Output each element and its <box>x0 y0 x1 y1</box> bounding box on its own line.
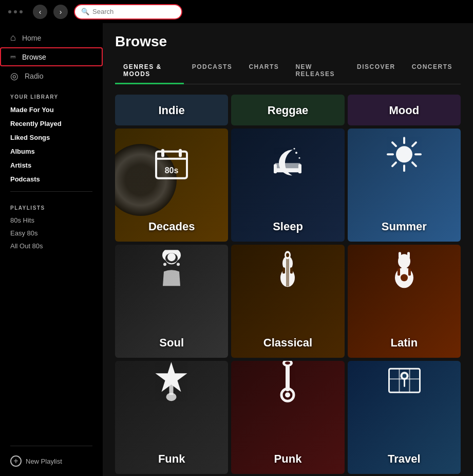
sidebar-podcasts[interactable]: Podcasts <box>0 172 103 186</box>
svg-rect-43 <box>402 255 406 271</box>
sidebar: ⌂ Home ⎓ Browse ◎ Radio YOUR LIBRARY Mad… <box>0 23 103 476</box>
genre-label-decades: Decades <box>148 220 195 233</box>
search-icon: 🔍 <box>81 8 89 15</box>
search-box[interactable]: 🔍 <box>74 4 182 20</box>
svg-point-36 <box>286 253 289 257</box>
browse-icon: ⎓ <box>10 51 16 62</box>
genre-label-funk: Funk <box>158 452 185 466</box>
genre-card-reggae[interactable]: Reggae <box>231 95 344 125</box>
latin-icon <box>386 248 422 296</box>
main-content: Browse GENRES & MOODS PODCASTS CHARTS NE… <box>103 23 473 476</box>
decades-icon: 80s <box>154 146 190 188</box>
sleep-icon <box>270 143 306 186</box>
genre-label-summer: Summer <box>382 220 427 233</box>
tab-concerts[interactable]: CONCERTS <box>404 58 461 84</box>
dot1 <box>8 10 11 13</box>
sidebar-item-label-browse: Browse <box>22 53 46 61</box>
genre-label-travel: Travel <box>388 452 421 466</box>
window-controls <box>8 10 23 13</box>
tab-discover[interactable]: DISCOVER <box>349 58 404 84</box>
genre-label-punk: Punk <box>274 452 302 466</box>
sidebar-albums[interactable]: Albums <box>0 144 103 158</box>
sidebar-item-browse[interactable]: ⎓ Browse <box>0 47 103 66</box>
tab-podcasts[interactable]: PODCASTS <box>184 58 241 84</box>
new-playlist-label: New Playlist <box>26 457 62 465</box>
radio-icon: ◎ <box>10 70 18 82</box>
svg-rect-45 <box>407 252 410 258</box>
sidebar-recently-played[interactable]: Recently Played <box>0 117 103 131</box>
svg-point-48 <box>166 393 177 401</box>
genre-card-sleep[interactable]: Sleep <box>231 129 344 242</box>
sidebar-divider-2 <box>10 446 92 446</box>
svg-rect-1 <box>156 157 187 159</box>
svg-line-17 <box>392 142 396 146</box>
dot3 <box>20 10 23 13</box>
genre-card-punk[interactable]: Punk <box>231 361 344 474</box>
svg-rect-2 <box>161 149 164 157</box>
tab-genres[interactable]: GENRES & MOODS <box>115 58 184 84</box>
svg-rect-10 <box>274 164 277 173</box>
genre-card-latin[interactable]: Latin <box>348 245 461 358</box>
sidebar-item-label-home: Home <box>22 34 41 42</box>
library-section-label: YOUR LIBRARY <box>0 86 103 103</box>
back-button[interactable]: ‹ <box>33 5 47 19</box>
genre-card-funk[interactable]: Funk <box>115 361 228 474</box>
sidebar-made-for-you[interactable]: Made For You <box>0 103 103 117</box>
svg-point-24 <box>167 253 176 261</box>
genre-grid: Indie Reggae Mood <box>115 95 461 474</box>
playlist-easy-80s[interactable]: Easy 80s <box>0 227 103 240</box>
genre-card-summer[interactable]: Summer <box>348 129 461 242</box>
playlist-all-out-80s[interactable]: All Out 80s <box>0 240 103 252</box>
svg-point-59 <box>402 374 406 378</box>
svg-rect-40 <box>398 268 400 276</box>
soul-icon <box>154 250 190 298</box>
genre-label-reggae: Reggae <box>268 104 308 117</box>
page-title: Browse <box>115 33 461 50</box>
sidebar-item-home[interactable]: ⌂ Home <box>0 28 103 47</box>
funk-icon <box>153 361 191 410</box>
svg-rect-41 <box>408 268 411 276</box>
svg-rect-11 <box>298 164 301 173</box>
sidebar-item-radio[interactable]: ◎ Radio <box>0 66 103 86</box>
forward-button[interactable]: › <box>53 5 68 19</box>
home-icon: ⌂ <box>10 32 16 43</box>
svg-rect-44 <box>399 252 401 258</box>
search-input[interactable] <box>92 8 175 15</box>
svg-point-25 <box>163 263 166 266</box>
genre-label-latin: Latin <box>391 336 418 350</box>
genre-label-classical: Classical <box>263 336 312 350</box>
genre-card-travel[interactable]: Travel <box>348 361 461 474</box>
new-playlist-button[interactable]: + New Playlist <box>0 451 103 471</box>
svg-rect-3 <box>179 149 182 157</box>
svg-rect-49 <box>286 363 290 391</box>
top-bar: ‹ › 🔍 <box>0 0 473 23</box>
svg-point-12 <box>396 146 412 162</box>
genre-label-indie: Indie <box>158 104 184 117</box>
dot2 <box>14 10 17 13</box>
sidebar-liked-songs[interactable]: Liked Songs <box>0 131 103 144</box>
sidebar-artists[interactable]: Artists <box>0 158 103 172</box>
svg-line-18 <box>412 162 416 166</box>
summer-icon <box>384 134 425 181</box>
svg-line-20 <box>392 162 396 166</box>
svg-text:80s: 80s <box>165 166 179 174</box>
playlist-80s-hits[interactable]: 80s Hits <box>0 214 103 227</box>
genre-label-sleep: Sleep <box>273 220 303 233</box>
travel-icon <box>385 361 423 409</box>
sidebar-item-label-radio: Radio <box>25 72 44 80</box>
tab-charts[interactable]: CHARTS <box>240 58 287 84</box>
genre-card-indie[interactable]: Indie <box>115 95 228 125</box>
classical-icon <box>272 248 303 296</box>
genre-card-mood[interactable]: Mood <box>348 95 461 125</box>
genre-card-classical[interactable]: Classical <box>231 245 344 358</box>
genre-card-decades[interactable]: 80s Decades <box>115 129 228 242</box>
svg-point-53 <box>285 361 290 364</box>
svg-point-7 <box>294 148 295 150</box>
sidebar-divider <box>10 191 92 192</box>
genre-card-soul[interactable]: Soul <box>115 245 228 358</box>
svg-rect-30 <box>282 267 285 273</box>
svg-point-26 <box>177 263 180 266</box>
svg-point-51 <box>285 392 290 397</box>
tab-new-releases[interactable]: NEW RELEASES <box>287 58 349 84</box>
svg-point-6 <box>299 157 300 159</box>
